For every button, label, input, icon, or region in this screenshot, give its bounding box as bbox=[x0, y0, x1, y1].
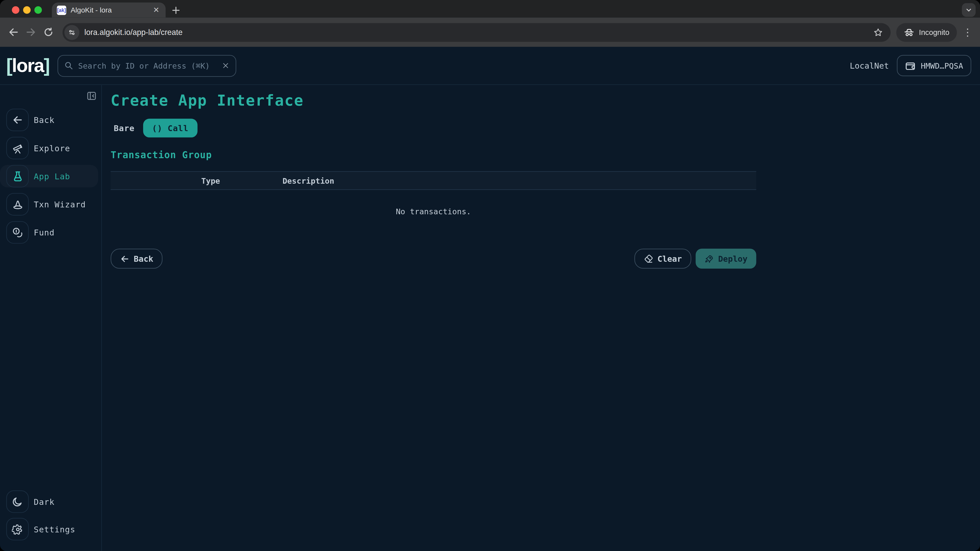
wallet-icon bbox=[905, 60, 916, 71]
tab-bare[interactable]: Bare bbox=[110, 124, 138, 133]
back-button[interactable]: Back bbox=[110, 249, 162, 268]
site-info-icon[interactable] bbox=[64, 25, 80, 40]
page-title: Create App Interface bbox=[110, 92, 756, 109]
incognito-badge: Incognito bbox=[897, 23, 957, 41]
gear-icon bbox=[11, 523, 24, 535]
sidebar-item-txn-wizard[interactable]: Txn Wizard bbox=[0, 193, 101, 216]
tab-strip: [ak] AlgoKit - lora ✕ bbox=[0, 0, 980, 17]
rocket-icon bbox=[704, 254, 714, 264]
tab-search-chevron-button[interactable] bbox=[962, 3, 976, 17]
eraser-icon bbox=[644, 254, 653, 264]
table-col-type: Type bbox=[201, 176, 283, 185]
sidebar-item-settings[interactable]: Settings bbox=[0, 518, 101, 540]
sidebar-footer: Dark Settings bbox=[0, 490, 101, 540]
back-nav-icon[interactable] bbox=[4, 24, 22, 41]
reload-icon[interactable] bbox=[39, 24, 57, 41]
coins-icon bbox=[11, 227, 24, 238]
telescope-icon bbox=[11, 142, 24, 154]
wallet-address: HMWD…PQSA bbox=[921, 61, 963, 70]
browser-window: [ak] AlgoKit - lora ✕ bbox=[0, 0, 980, 551]
sidebar-item-back[interactable]: Back bbox=[0, 109, 101, 131]
window-zoom-button[interactable] bbox=[35, 6, 42, 14]
table-col-description: Description bbox=[283, 176, 756, 185]
search-icon bbox=[64, 61, 73, 70]
network-label[interactable]: LocalNet bbox=[850, 61, 889, 70]
url-text[interactable]: lora.algokit.io/app-lab/create bbox=[84, 28, 873, 37]
browser-tab[interactable]: [ak] AlgoKit - lora ✕ bbox=[52, 3, 165, 17]
new-tab-button[interactable] bbox=[169, 3, 183, 17]
tab-close-icon[interactable]: ✕ bbox=[152, 4, 161, 16]
search-input[interactable]: Search by ID or Address (⌘K) bbox=[57, 55, 236, 76]
table-header: Type Description bbox=[110, 171, 756, 190]
action-bar: Back Clear Deploy bbox=[110, 249, 756, 268]
main-content: Create App Interface Bare () Call Transa… bbox=[102, 85, 980, 551]
browser-toolbar: lora.algokit.io/app-lab/create Incognito… bbox=[0, 17, 980, 47]
window-close-button[interactable] bbox=[12, 6, 19, 14]
sidebar-nav: Back Explore App Lab Txn Wizard bbox=[0, 109, 101, 244]
incognito-icon bbox=[904, 27, 915, 38]
flask-icon bbox=[11, 170, 24, 182]
browser-menu-icon[interactable]: ⋮ bbox=[960, 25, 975, 40]
sidebar-item-fund[interactable]: Fund bbox=[0, 221, 101, 244]
sidebar-item-app-lab[interactable]: App Lab bbox=[0, 165, 98, 187]
search-clear-icon[interactable] bbox=[222, 62, 229, 69]
mode-tabs: Bare () Call bbox=[110, 119, 756, 137]
app-header: [lora] Search by ID or Address (⌘K) Loca… bbox=[0, 47, 980, 85]
wizard-hat-icon bbox=[11, 198, 24, 210]
address-bar[interactable]: lora.algokit.io/app-lab/create bbox=[62, 23, 891, 41]
lora-app: [lora] Search by ID or Address (⌘K) Loca… bbox=[0, 47, 980, 551]
wallet-button[interactable]: HMWD…PQSA bbox=[897, 55, 971, 76]
lora-logo[interactable]: [lora] bbox=[6, 55, 49, 76]
incognito-label: Incognito bbox=[919, 28, 950, 37]
arrow-left-icon bbox=[12, 114, 23, 125]
deploy-button[interactable]: Deploy bbox=[696, 249, 756, 268]
sidebar-item-explore[interactable]: Explore bbox=[0, 137, 101, 159]
moon-icon bbox=[12, 496, 23, 507]
bookmark-star-icon[interactable] bbox=[873, 27, 883, 37]
section-title: Transaction Group bbox=[110, 149, 756, 160]
arrow-left-icon bbox=[120, 254, 129, 264]
search-placeholder: Search by ID or Address (⌘K) bbox=[78, 61, 222, 70]
window-minimize-button[interactable] bbox=[23, 6, 30, 14]
clear-button[interactable]: Clear bbox=[634, 249, 691, 268]
sidebar-collapse-icon[interactable] bbox=[86, 90, 97, 101]
tab-call[interactable]: () Call bbox=[143, 119, 197, 137]
forward-nav-icon[interactable] bbox=[22, 24, 40, 41]
empty-table-message: No transactions. bbox=[110, 190, 756, 216]
tab-favicon: [ak] bbox=[57, 5, 66, 15]
sidebar: Back Explore App Lab Txn Wizard bbox=[0, 85, 102, 551]
tab-title: AlgoKit - lora bbox=[71, 6, 152, 14]
sidebar-item-theme-dark[interactable]: Dark bbox=[0, 490, 101, 513]
